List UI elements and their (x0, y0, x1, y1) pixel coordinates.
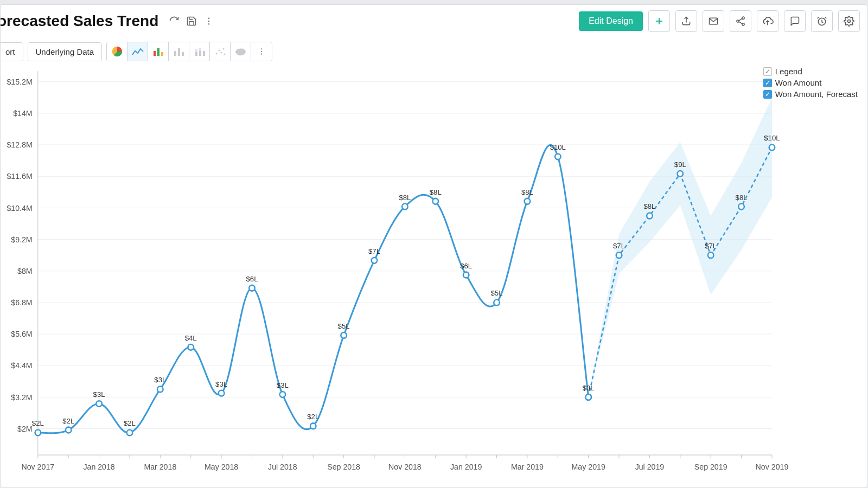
right-actions: Edit Design (579, 10, 860, 32)
legend-item-forecast[interactable]: ✓ Won Amount, Forecast (763, 89, 858, 99)
sort-button[interactable]: ort (0, 43, 23, 61)
svg-point-148 (769, 144, 775, 150)
view-toggle: ort (0, 42, 23, 61)
chart-type-stacked-icon[interactable] (189, 42, 210, 61)
svg-text:$3L: $3L (583, 384, 595, 392)
svg-rect-18 (161, 52, 163, 56)
svg-point-8 (742, 23, 744, 25)
svg-point-140 (647, 213, 653, 219)
chart-type-scatter-icon[interactable] (210, 42, 231, 61)
cloud-icon[interactable] (757, 10, 778, 32)
svg-text:Mar 2019: Mar 2019 (511, 463, 544, 471)
svg-text:$2L: $2L (62, 416, 74, 425)
edit-design-button[interactable]: Edit Design (579, 11, 643, 31)
chart-area: ✓ Legend ✓ Won Amount ✓ Won Amount, Fore… (1, 67, 867, 487)
svg-text:$12.8M: $12.8M (7, 140, 32, 149)
svg-text:$3L: $3L (93, 390, 105, 399)
svg-text:Mar 2018: Mar 2018 (144, 463, 176, 471)
svg-point-6 (742, 17, 744, 19)
svg-point-115 (280, 391, 286, 397)
svg-rect-21 (182, 52, 184, 56)
svg-text:$14M: $14M (13, 109, 32, 118)
svg-text:$3.2M: $3.2M (11, 393, 32, 401)
svg-point-129 (494, 300, 500, 306)
legend-title-row[interactable]: ✓ Legend (763, 67, 858, 76)
legend-label: Won Amount (775, 78, 822, 87)
export-icon[interactable] (675, 10, 697, 32)
svg-point-0 (208, 18, 209, 19)
svg-point-30 (222, 48, 224, 49)
svg-text:$8L: $8L (521, 188, 533, 196)
svg-line-13 (818, 17, 819, 19)
line-chart[interactable]: $2M$3.2M$4.4M$5.6M$6.8M$8M$9.2M$10.4M$11… (3, 67, 860, 483)
svg-point-125 (432, 198, 438, 204)
svg-point-27 (215, 53, 217, 54)
add-button[interactable] (648, 10, 670, 32)
svg-point-7 (737, 20, 739, 22)
svg-point-137 (585, 394, 591, 400)
page-title: orecasted Sales Trend (0, 12, 158, 30)
data-toggle: Underlying Data (28, 42, 103, 61)
settings-icon[interactable] (838, 10, 860, 32)
svg-text:Jul 2019: Jul 2019 (635, 463, 665, 471)
svg-text:$10L: $10L (764, 134, 780, 142)
svg-text:$9.2M: $9.2M (11, 235, 32, 244)
svg-rect-26 (203, 51, 205, 56)
svg-point-107 (157, 387, 163, 393)
svg-rect-25 (199, 48, 201, 51)
chart-type-more-icon[interactable] (251, 42, 272, 61)
chart-type-line-icon[interactable] (127, 42, 148, 61)
svg-text:$4L: $4L (185, 334, 197, 342)
legend-item-won[interactable]: ✓ Won Amount (763, 78, 858, 87)
svg-text:$8L: $8L (736, 193, 748, 201)
svg-text:$4.4M: $4.4M (11, 361, 32, 370)
svg-rect-23 (195, 49, 197, 52)
svg-text:$10.4M: $10.4M (7, 203, 32, 212)
svg-text:May 2019: May 2019 (572, 463, 605, 471)
svg-text:$10L: $10L (550, 143, 566, 151)
svg-point-113 (249, 285, 255, 291)
more-icon[interactable] (203, 15, 215, 27)
svg-text:$5L: $5L (338, 322, 350, 330)
refresh-icon[interactable] (168, 15, 180, 27)
svg-point-105 (127, 430, 133, 436)
svg-text:Nov 2019: Nov 2019 (756, 463, 789, 471)
svg-text:$9L: $9L (674, 160, 686, 169)
svg-text:$8L: $8L (643, 202, 655, 210)
svg-text:$7L: $7L (705, 242, 717, 250)
chart-type-bar-icon[interactable] (148, 42, 169, 61)
save-icon[interactable] (186, 15, 197, 27)
svg-point-29 (220, 52, 222, 53)
svg-text:$6L: $6L (246, 275, 258, 283)
svg-point-142 (678, 171, 684, 177)
comment-icon[interactable] (784, 10, 806, 32)
svg-line-10 (739, 22, 742, 24)
chart-type-pie-icon[interactable] (107, 42, 127, 61)
svg-point-33 (261, 51, 262, 52)
underlying-data-button[interactable]: Underlying Data (28, 43, 102, 61)
svg-text:$3L: $3L (277, 381, 289, 389)
svg-point-101 (66, 427, 72, 433)
email-icon[interactable] (703, 10, 724, 32)
svg-point-28 (218, 49, 220, 51)
secondbar: ort Underlying Data (0, 34, 867, 67)
legend-checkbox-icon[interactable]: ✓ (763, 90, 772, 99)
share-icon[interactable] (730, 10, 751, 32)
svg-point-109 (188, 344, 194, 350)
svg-point-111 (219, 390, 225, 396)
svg-text:Sep 2018: Sep 2018 (327, 463, 360, 471)
chart-type-map-icon[interactable] (231, 42, 251, 61)
legend-checkbox-icon[interactable]: ✓ (763, 67, 772, 76)
svg-line-9 (739, 18, 742, 21)
svg-text:$2L: $2L (307, 413, 319, 421)
svg-text:$8M: $8M (17, 267, 33, 275)
alert-icon[interactable] (811, 10, 833, 32)
svg-point-138 (616, 252, 622, 258)
svg-point-99 (35, 430, 41, 436)
svg-rect-20 (178, 48, 180, 56)
legend-title: Legend (775, 67, 802, 76)
legend-checkbox-icon[interactable]: ✓ (763, 79, 772, 87)
chart-type-column-icon[interactable] (169, 42, 189, 61)
svg-text:Jan 2018: Jan 2018 (83, 463, 114, 471)
svg-point-103 (96, 401, 102, 407)
